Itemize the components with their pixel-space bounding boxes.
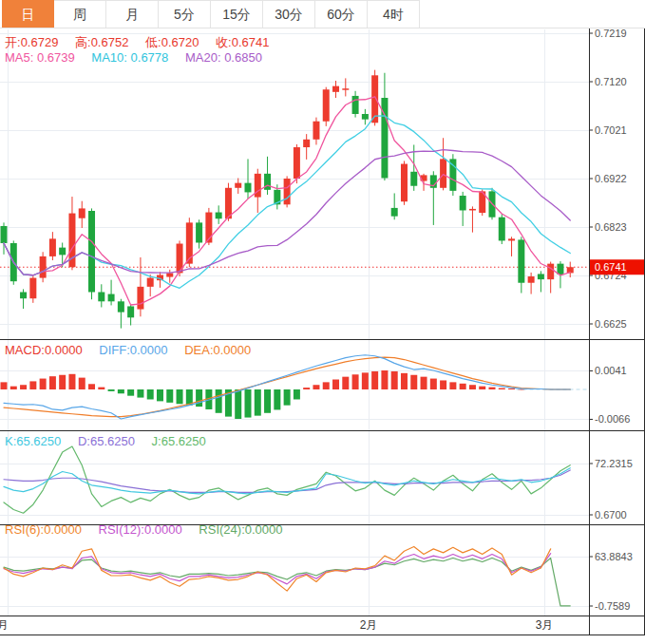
rsi6-readout: RSI(6):0.0000 xyxy=(5,522,82,537)
tab-15min[interactable]: 15分 xyxy=(211,0,263,28)
ma-legend: MA5: 0.6739 MA10: 0.6778 MA20: 0.6850 xyxy=(5,50,275,65)
svg-text:0.7021: 0.7021 xyxy=(595,124,627,136)
svg-text:0.6922: 0.6922 xyxy=(595,173,627,184)
k-readout: K:65.6250 xyxy=(5,434,61,448)
j-readout: J:65.6250 xyxy=(152,434,206,448)
macd-legend: MACD:0.0000 DIFF:0.0000 DEA:0.0000 xyxy=(5,343,264,357)
svg-text:0.6700: 0.6700 xyxy=(595,509,627,521)
svg-text:63.8843: 63.8843 xyxy=(595,551,633,562)
tab-30min[interactable]: 30分 xyxy=(263,0,315,28)
ma20-readout: MA20: 0.6850 xyxy=(185,50,262,65)
svg-text:3月: 3月 xyxy=(536,618,554,632)
kdj-legend: K:65.6250 D:65.6250 J:65.6250 xyxy=(5,434,219,448)
timeframe-tabbar: 日 周 月 5分 15分 30分 60分 4时 xyxy=(0,0,645,28)
high-readout: 高:0.6752 xyxy=(75,35,128,49)
close-readout: 收:0.6741 xyxy=(216,35,269,49)
dea-readout: DEA:0.0000 xyxy=(184,343,251,357)
low-readout: 低:0.6720 xyxy=(145,35,199,49)
tab-5min[interactable]: 5分 xyxy=(159,0,211,28)
open-readout: 开:0.6729 xyxy=(5,35,58,49)
svg-text:-0.0066: -0.0066 xyxy=(595,413,630,425)
svg-text:-0.7589: -0.7589 xyxy=(595,600,630,612)
rsi24-readout: RSI(24):0.0000 xyxy=(199,522,282,537)
svg-text:0.0041: 0.0041 xyxy=(595,365,627,376)
macd-readout: MACD:0.0000 xyxy=(5,343,83,357)
svg-text:0.6823: 0.6823 xyxy=(595,221,627,233)
ma5-readout: MA5: 0.6739 xyxy=(5,50,75,65)
svg-text:0.7120: 0.7120 xyxy=(595,76,627,87)
d-readout: D:65.6250 xyxy=(78,434,135,448)
tab-month[interactable]: 月 xyxy=(106,0,159,28)
rsi12-readout: RSI(12):0.0000 xyxy=(99,522,182,537)
svg-text:1月: 1月 xyxy=(0,618,9,632)
svg-text:72.2315: 72.2315 xyxy=(595,458,633,469)
diff-readout: DIFF:0.0000 xyxy=(99,343,167,357)
rsi-legend: RSI(6):0.0000 RSI(12):0.0000 RSI(24):0.0… xyxy=(5,522,296,537)
candlestick-chart[interactable]: 0.72190.71200.70210.69220.68230.67240.66… xyxy=(0,0,645,644)
tab-60min[interactable]: 60分 xyxy=(315,0,368,28)
kline-chart-page: { "tabs": { "items": [ {"label": "日", "a… xyxy=(0,0,645,644)
svg-text:0.6625: 0.6625 xyxy=(595,318,627,330)
ohlc-legend: 开:0.6729 高:0.6752 低:0.6720 收:0.6741 xyxy=(5,34,282,51)
ma10-readout: MA10: 0.6778 xyxy=(91,50,168,65)
svg-text:2月: 2月 xyxy=(360,618,378,632)
tab-4hour[interactable]: 4时 xyxy=(368,0,420,28)
tab-week[interactable]: 周 xyxy=(54,0,106,28)
svg-text:0.6741: 0.6741 xyxy=(595,261,627,273)
tab-day[interactable]: 日 xyxy=(2,0,54,28)
svg-text:0.7219: 0.7219 xyxy=(595,28,627,39)
